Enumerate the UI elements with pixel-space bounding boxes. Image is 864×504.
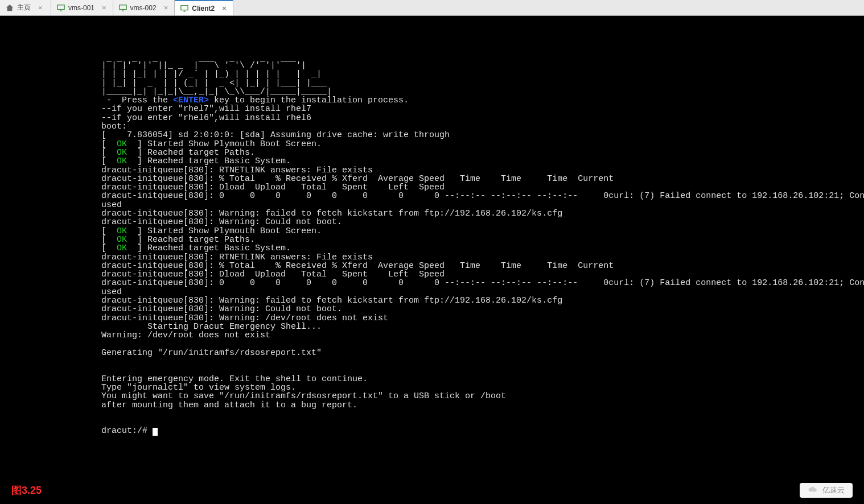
log-line: Warning: /dev/root does not exist (101, 331, 270, 340)
brand-badge[interactable]: 亿速云 (800, 483, 853, 498)
close-icon[interactable]: × (100, 3, 108, 12)
tab-home[interactable]: 主页 × (0, 0, 51, 15)
tab-vms-002[interactable]: vms-002 × (113, 0, 175, 15)
close-icon[interactable]: × (162, 3, 170, 12)
monitor-icon (119, 4, 127, 12)
svg-rect-2 (181, 5, 188, 10)
footer: 图3.25 亿速云 (0, 477, 864, 504)
log-line: after mounting them and attach it to a b… (101, 400, 357, 410)
tab-client2[interactable]: Client2 × (175, 0, 233, 15)
tab-bar: 主页 × vms-001 × vms-002 × Client2 × (0, 0, 864, 16)
shell-prompt[interactable]: dracut:/# (101, 426, 158, 436)
log-line: dracut-initqueue[830]: 0 0 0 0 0 0 0 0 -… (101, 191, 864, 201)
monitor-icon (180, 5, 188, 13)
tab-label: vms-002 (130, 4, 157, 12)
brand-text: 亿速云 (822, 485, 845, 495)
svg-rect-0 (57, 5, 64, 9)
log-line: Generating "/run/initramfs/rdsosreport.t… (101, 348, 322, 358)
cursor-icon (153, 428, 158, 436)
info-line: --if you enter "rhel6",will install rhel… (101, 113, 311, 123)
tab-label: 主页 (17, 3, 31, 13)
tab-label: vms-001 (68, 4, 94, 12)
terminal-console[interactable]: |‾|‾|'‾'|'‾||_ _ |‾‾‾\ '‾'\ /'‾'|'‾‾‾'| … (0, 16, 864, 477)
figure-label: 图3.25 (11, 484, 42, 497)
monitor-icon (57, 4, 65, 12)
cloud-icon (808, 486, 819, 495)
close-icon[interactable]: × (220, 4, 228, 13)
home-icon (6, 4, 14, 12)
close-icon[interactable]: × (36, 3, 44, 12)
svg-rect-1 (119, 5, 126, 9)
tab-label: Client2 (192, 5, 215, 13)
tab-vms-001[interactable]: vms-001 × (51, 0, 113, 15)
log-line: dracut-initqueue[830]: 0 0 0 0 0 0 0 0 -… (101, 278, 864, 288)
